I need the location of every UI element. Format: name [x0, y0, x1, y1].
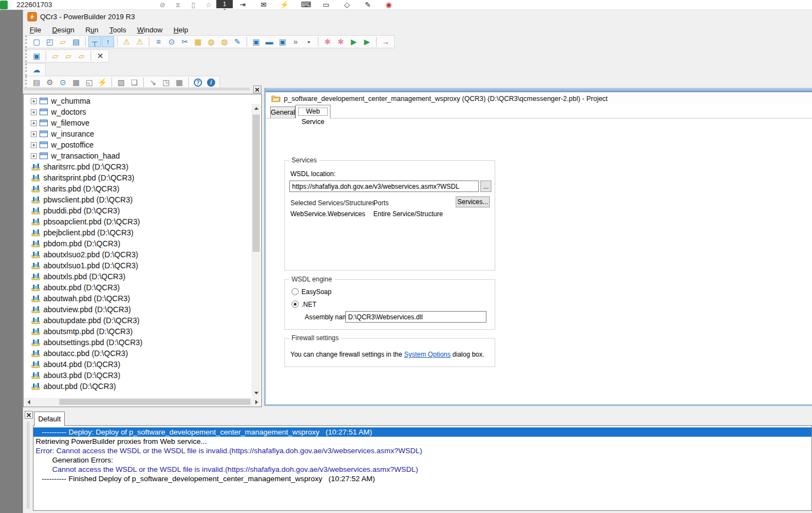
tree-item-pbd[interactable]: aboutxlsuo2.pbd (D:\QCR3): [24, 249, 251, 260]
radio-net[interactable]: .NET: [292, 298, 332, 311]
database-icon[interactable]: ◍: [218, 36, 231, 47]
output-line[interactable]: Retrieving PowerBuilder proxies from Web…: [33, 437, 811, 446]
menu-file[interactable]: File: [24, 25, 47, 35]
drag-grip[interactable]: [24, 87, 250, 91]
wsdl-location-input[interactable]: [289, 181, 479, 192]
scroll-left-button[interactable]: [24, 398, 33, 406]
next-error-icon[interactable]: ⚠: [120, 36, 133, 47]
fullscreen-icon[interactable]: ▬: [263, 36, 276, 47]
tree-item-pbd[interactable]: about3.pbd (D:\QCR3): [24, 370, 251, 381]
favorite-icon[interactable]: ☆: [204, 1, 213, 9]
tree-item-pbd[interactable]: sharitsprint.pbd (D:\QCR3): [24, 172, 251, 183]
waiting-icon[interactable]: ⧖: [173, 1, 182, 9]
anydesk-logo-icon[interactable]: [0, 1, 8, 9]
tree-item-pbd[interactable]: pbdom.pbd (D:\QCR3): [24, 238, 251, 249]
tree-item-pbd[interactable]: aboutwah.pbd (D:\QCR3): [24, 293, 251, 304]
deploy-icon[interactable]: ┬: [88, 36, 101, 47]
stop-icon[interactable]: ▪: [303, 36, 315, 47]
panel-header[interactable]: [23, 85, 262, 94]
run-monitor-icon[interactable]: ▣: [250, 36, 262, 47]
selected-service-cell[interactable]: WebService.Webservices: [290, 210, 365, 218]
tree-item-pbd[interactable]: pbejbclient.pbd (D:\QCR3): [24, 227, 251, 238]
system-options-link[interactable]: System Options: [404, 351, 451, 358]
inherit-icon[interactable]: ◰: [43, 36, 56, 47]
open-icon[interactable]: ▱: [57, 36, 69, 47]
output-line[interactable]: ---------- Finished Deploy of p_software…: [33, 474, 811, 483]
menu-run[interactable]: Run: [80, 25, 104, 35]
scroll-thumb[interactable]: [59, 399, 250, 405]
expand-icon[interactable]: [31, 120, 37, 126]
whiteboard-icon[interactable]: ✎: [363, 1, 372, 9]
performance-icon[interactable]: ⚡: [280, 1, 289, 9]
library-painter-icon[interactable]: ▤: [70, 36, 82, 47]
privacy-icon[interactable]: ⊘: [158, 1, 167, 9]
close-tree-panel-button[interactable]: [253, 86, 261, 93]
tree-horizontal-scrollbar[interactable]: [24, 398, 261, 406]
output-line[interactable]: Cannot access the WSDL or the WSDL file …: [33, 465, 811, 474]
permissions-icon[interactable]: ◇: [343, 1, 351, 9]
chat-icon[interactable]: ✉: [259, 1, 268, 9]
scroll-thumb[interactable]: [253, 115, 260, 252]
monitor-icon[interactable]: ▭: [322, 1, 331, 9]
session-tab[interactable]: 1: [216, 0, 233, 8]
skip-icon[interactable]: »: [289, 36, 302, 47]
port-cell[interactable]: Entire Service/Structure: [373, 210, 443, 218]
tree-item-pbd[interactable]: aboutacc.pbd (D:\QCR3): [24, 348, 251, 359]
debug-icon[interactable]: ✱: [321, 36, 334, 47]
tree-item-window[interactable]: w_transaction_haad: [24, 150, 251, 161]
new-icon[interactable]: ▢: [30, 36, 43, 47]
tab-general[interactable]: General: [270, 106, 295, 118]
scroll-right-button[interactable]: [252, 398, 261, 406]
tree-item-window[interactable]: w_insurance: [24, 128, 251, 139]
save-icon[interactable]: ▣: [30, 50, 43, 61]
cloud-services-icon[interactable]: ☁: [30, 64, 43, 75]
menu-window[interactable]: Window: [132, 25, 168, 35]
select-run-icon[interactable]: ▶: [361, 36, 373, 47]
close-output-panel-button[interactable]: [25, 411, 33, 419]
clip-window-icon[interactable]: ✂: [178, 36, 191, 47]
radio-easysoap[interactable]: EasySoap: [292, 285, 332, 298]
tree-item-pbd[interactable]: aboutupdate.pbd (D:\QCR3): [24, 315, 251, 326]
tree-item-pbd[interactable]: aboutx.pbd (D:\QCR3): [24, 282, 251, 293]
todo-list-icon[interactable]: ≡: [152, 36, 165, 47]
keyboard-icon[interactable]: ⌨: [301, 1, 310, 9]
select-monitor-icon[interactable]: ▣: [276, 36, 289, 47]
services-button[interactable]: Services...: [456, 196, 490, 207]
browse-icon[interactable]: ⊙: [165, 36, 178, 47]
scroll-up-button[interactable]: [251, 104, 261, 112]
tree-item-pbd[interactable]: aboutview.pbd (D:\QCR3): [24, 304, 251, 315]
browse-wsdl-button[interactable]: ...: [480, 181, 491, 192]
window-frame-top[interactable]: [266, 88, 812, 92]
tab-web-service[interactable]: Web Service: [295, 105, 331, 119]
menu-design[interactable]: Design: [47, 25, 80, 35]
incremental-build-icon[interactable]: ↑: [102, 36, 114, 47]
tree-item-pbd[interactable]: pbuddi.pbd (D:\QCR3): [24, 205, 251, 216]
menu-tools[interactable]: Tools: [104, 25, 131, 35]
tree-item-pbd[interactable]: aboutxls.pbd (D:\QCR3): [24, 271, 251, 282]
close-icon[interactable]: ✕: [94, 50, 107, 61]
tree-item-window[interactable]: w_postoffice: [24, 139, 251, 150]
new-library-icon[interactable]: ▱: [49, 50, 61, 61]
radio-button-icon[interactable]: [292, 301, 299, 308]
edit-icon[interactable]: ✎: [231, 36, 244, 47]
output-line[interactable]: Error: Cannot access the WSDL or the WSD…: [33, 446, 811, 455]
tab-default[interactable]: Default: [34, 411, 65, 426]
tree-item-pbd[interactable]: pbsoapclient.pbd (D:\QCR3): [24, 216, 251, 227]
run-icon[interactable]: ▶: [348, 36, 360, 47]
tree-item-pbd[interactable]: sharits.pbd (D:\QCR3): [24, 183, 251, 194]
optimize-library-icon[interactable]: ▱: [62, 50, 75, 61]
db-profile-icon[interactable]: ◍: [205, 36, 217, 47]
previous-error-icon[interactable]: ⚠: [133, 36, 146, 47]
expand-icon[interactable]: [31, 153, 37, 159]
tree-item-pbd[interactable]: aboutsettings.pbd (D:\QCR3): [24, 337, 251, 348]
record-session-icon[interactable]: ◉: [384, 1, 393, 9]
drag-grip[interactable]: [26, 422, 30, 509]
tree-item-pbd[interactable]: pbwsclient.pbd (D:\QCR3): [24, 194, 251, 205]
actions-icon[interactable]: ⇥: [238, 1, 247, 9]
tree-item-pbd[interactable]: sharitsrrc.pbd (D:\QCR3): [24, 161, 251, 172]
files-icon[interactable]: ▯: [189, 1, 198, 9]
tree-item-window[interactable]: w_doctors: [24, 106, 251, 117]
tree-item-window[interactable]: w_chumma: [24, 95, 251, 106]
tree-item-pbd[interactable]: about4.pbd (D:\QCR3): [24, 359, 251, 370]
import-library-icon[interactable]: ▱: [75, 50, 88, 61]
